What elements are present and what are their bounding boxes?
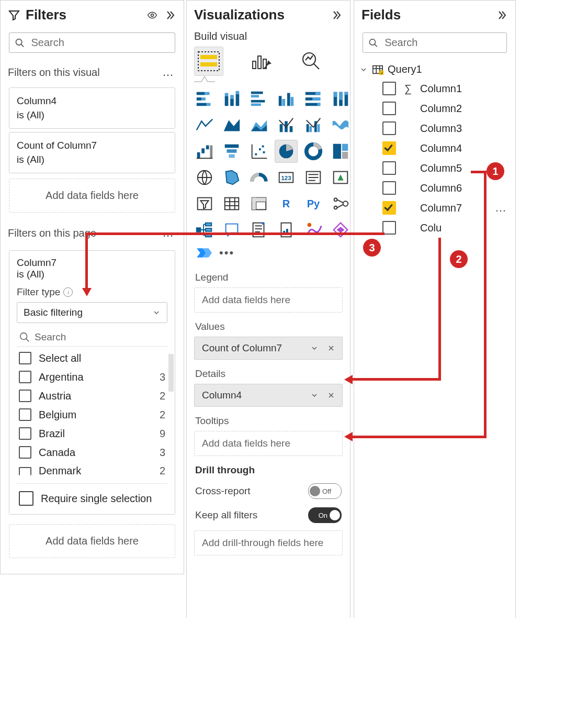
viz-qa-icon[interactable] — [220, 218, 243, 241]
viz-python-icon[interactable]: Py — [302, 192, 325, 215]
fields-search[interactable] — [363, 32, 507, 53]
page-filter-card[interactable]: Column7 is (All) Filter type i Basic fil… — [9, 250, 175, 515]
tab-analytics[interactable] — [297, 47, 326, 76]
checkbox[interactable] — [19, 491, 33, 506]
filter-card[interactable]: Count of Column7 is (All) — [9, 132, 175, 173]
viz-matrix-icon[interactable] — [247, 192, 270, 215]
checkbox[interactable] — [382, 102, 396, 115]
checkbox[interactable] — [19, 408, 31, 421]
list-item[interactable]: Canada3 — [17, 443, 167, 462]
eye-icon[interactable] — [146, 9, 159, 21]
viz-scatter-icon[interactable] — [247, 140, 270, 163]
viz-waterfall-icon[interactable] — [193, 140, 216, 163]
values-well[interactable]: Count of Column7 — [194, 337, 343, 360]
viz-stacked-area-icon[interactable] — [247, 114, 270, 137]
filters-search-input[interactable] — [30, 36, 169, 49]
keep-filters-toggle[interactable]: On — [308, 507, 342, 523]
more-visuals-icon[interactable]: ••• — [219, 246, 234, 260]
add-fields-dropzone[interactable]: Add data fields here — [9, 524, 175, 558]
legend-well[interactable]: Add data fields here — [194, 287, 343, 313]
viz-treemap-icon[interactable] — [329, 140, 352, 163]
field-item[interactable]: Column5 — [357, 158, 512, 178]
field-item[interactable]: Column4 — [357, 138, 512, 158]
viz-line-stacked-column-icon[interactable] — [275, 114, 298, 137]
viz-table-icon[interactable] — [220, 192, 243, 215]
field-item[interactable]: Colu — [357, 218, 512, 238]
checkbox[interactable] — [19, 390, 31, 402]
viz-line-icon[interactable] — [193, 114, 216, 137]
tooltips-well[interactable]: Add data fields here — [194, 431, 343, 456]
field-item[interactable]: Column6 — [357, 178, 512, 198]
viz-multirow-card-icon[interactable] — [302, 166, 325, 189]
collapse-icon[interactable] — [164, 9, 176, 21]
checkbox[interactable] — [19, 467, 31, 475]
checkbox[interactable] — [19, 371, 31, 383]
tab-format[interactable] — [245, 47, 275, 76]
viz-funnel-icon[interactable] — [220, 140, 243, 163]
viz-donut-icon[interactable] — [302, 140, 325, 163]
checkbox[interactable] — [382, 161, 396, 175]
viz-r-icon[interactable]: R — [275, 192, 298, 215]
collapse-icon[interactable] — [495, 9, 508, 21]
field-item[interactable]: Column7… — [357, 198, 512, 218]
chevron-down-icon[interactable] — [309, 390, 320, 401]
tab-fields[interactable] — [194, 47, 223, 76]
details-well[interactable]: Column4 — [194, 384, 343, 407]
drillthrough-well[interactable]: Add drill-through fields here — [194, 530, 343, 556]
list-item[interactable]: Select all — [17, 349, 167, 368]
remove-icon[interactable] — [325, 390, 337, 401]
viz-decomposition-tree-icon[interactable] — [193, 218, 216, 241]
viz-line-clustered-column-icon[interactable] — [302, 114, 325, 137]
more-icon[interactable]: … — [495, 201, 510, 215]
list-item[interactable]: Brazil9 — [17, 424, 167, 443]
table-node[interactable]: Query1 — [357, 60, 512, 79]
checkbox[interactable] — [382, 141, 396, 155]
viz-100-stacked-bar-icon[interactable] — [302, 87, 325, 110]
checkbox[interactable] — [19, 427, 31, 440]
chevron-down-icon[interactable] — [309, 342, 320, 354]
checkbox[interactable] — [19, 352, 31, 364]
list-item[interactable]: Denmark2 — [17, 462, 167, 480]
viz-slicer-icon[interactable] — [193, 192, 216, 215]
viz-kpi-icon[interactable] — [329, 166, 352, 189]
filter-card[interactable]: Column4 is (All) — [9, 87, 175, 129]
filter-type-dropdown[interactable]: Basic filtering — [17, 302, 167, 323]
viz-card-icon[interactable]: 123 — [275, 166, 298, 189]
field-item[interactable]: Column2 — [357, 98, 512, 118]
viz-clustered-column-icon[interactable] — [275, 87, 298, 110]
checkbox[interactable] — [382, 121, 396, 135]
checkbox[interactable] — [382, 201, 396, 215]
filter-values-search[interactable]: Search — [17, 328, 167, 347]
viz-key-influencers-icon[interactable] — [329, 192, 352, 215]
more-icon[interactable]: … — [162, 226, 174, 240]
cross-report-toggle[interactable]: Off — [308, 483, 342, 499]
viz-get-more-icon[interactable] — [195, 246, 212, 260]
list-item[interactable]: Belgium2 — [17, 405, 167, 424]
viz-area-icon[interactable] — [220, 114, 243, 137]
list-item[interactable]: Argentina3 — [17, 368, 167, 386]
collapse-icon[interactable] — [330, 9, 343, 21]
viz-filled-map-icon[interactable] — [220, 166, 243, 189]
viz-power-automate-icon[interactable] — [329, 218, 352, 241]
viz-smart-narrative-icon[interactable] — [247, 218, 270, 241]
viz-paginated-report-icon[interactable] — [275, 218, 298, 241]
info-icon[interactable]: i — [63, 287, 73, 297]
field-item[interactable]: Column3 — [357, 118, 512, 138]
viz-pie-icon[interactable] — [275, 140, 298, 163]
viz-100-stacked-column-icon[interactable] — [329, 87, 352, 110]
viz-map-icon[interactable] — [193, 166, 216, 189]
viz-power-apps-icon[interactable] — [302, 218, 325, 241]
add-fields-dropzone[interactable]: Add data fields here — [9, 179, 175, 213]
fields-search-input[interactable] — [383, 36, 501, 49]
scrollbar[interactable] — [168, 354, 174, 392]
filters-search[interactable] — [9, 32, 175, 53]
viz-stacked-column-icon[interactable] — [220, 87, 243, 110]
viz-gauge-icon[interactable] — [247, 166, 270, 189]
viz-clustered-bar-icon[interactable] — [247, 87, 270, 110]
checkbox[interactable] — [19, 446, 31, 459]
viz-ribbon-icon[interactable] — [329, 114, 352, 137]
checkbox[interactable] — [382, 181, 396, 195]
checkbox[interactable] — [382, 82, 396, 95]
viz-stacked-bar-icon[interactable] — [193, 87, 216, 110]
list-item[interactable]: Austria2 — [17, 386, 167, 405]
